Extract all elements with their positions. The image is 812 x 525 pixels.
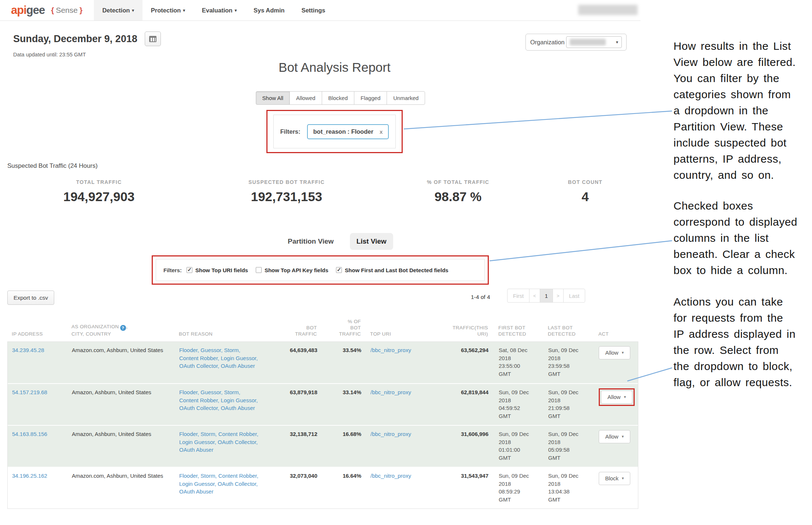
tab-partition-view[interactable]: Partition View <box>288 237 333 245</box>
col-header-last-bot-detected[interactable]: LAST BOT DETECTED <box>542 325 592 337</box>
user-account-redacted <box>578 5 638 15</box>
export-csv-button[interactable]: Export to .csv <box>7 291 54 305</box>
sense-open-brace: { <box>51 6 54 15</box>
report-date: Sunday, December 9, 2018 <box>13 33 137 45</box>
col-header-bot-traffic[interactable]: BOT TRAFFIC <box>270 325 317 337</box>
tab-blocked[interactable]: Blocked <box>322 91 354 105</box>
bot-reason-links[interactable]: Flooder, Guessor, Storm, Content Robber,… <box>176 346 271 378</box>
act-dropdown-allow[interactable]: Allow ▾ <box>599 346 630 359</box>
stat-label: SUSPECTED BOT TRAFFIC <box>206 179 367 185</box>
pagination-prev-button[interactable]: < <box>529 289 540 303</box>
organization-value-redacted <box>570 39 606 45</box>
pagination-last-button[interactable]: Last <box>563 289 585 303</box>
as-organization-cell: Amazon, Ashburn, United States <box>68 430 176 462</box>
col-header-top-uri[interactable]: TOP URI <box>361 331 432 337</box>
last-bot-detected-cell: Sun, 09 Dec 2018 21:09:58 GMT <box>543 388 592 420</box>
nav-item-evaluation[interactable]: Evaluation ▾ <box>193 0 245 21</box>
bot-reason-links[interactable]: Flooder, Storm, Content Robber, Login Gu… <box>176 430 271 462</box>
table-row: 34.239.45.28 Amazon.com, Ashburn, United… <box>8 342 638 383</box>
data-updated-text: Data updated until: 23:55 GMT <box>13 52 86 58</box>
pagination-page-1[interactable]: 1 <box>540 289 553 303</box>
col-header-act[interactable]: ACT <box>592 331 638 337</box>
tab-allowed[interactable]: Allowed <box>289 91 322 105</box>
pagination-next-button[interactable]: > <box>553 289 564 303</box>
date-header: Sunday, December 9, 2018 <box>13 32 161 46</box>
stat-suspected-bot-traffic: SUSPECTED BOT TRAFFIC 192,731,153 <box>206 179 367 204</box>
annotation-note-actions: Actions you can take for requests from t… <box>673 294 812 391</box>
ip-address-link[interactable]: 54.163.85.156 <box>8 430 68 462</box>
col-header-comma: , <box>126 324 128 329</box>
act-dropdown-allow[interactable]: Allow ▾ <box>599 430 630 443</box>
organization-select[interactable]: ▾ <box>566 36 622 48</box>
top-uri-link[interactable]: /bbc_nitro_proxy <box>361 472 433 503</box>
filter-tag-bot-reason[interactable]: bot_reason : Flooder x <box>307 124 389 139</box>
nav-item-settings[interactable]: Settings <box>293 0 334 21</box>
bot-traffic-cell: 32,073,040 <box>271 472 317 503</box>
table-row: 54.157.219.68 Amazon, Ashburn, United St… <box>8 383 638 425</box>
pagination-range: 1-4 of 4 <box>471 294 490 300</box>
bot-reason-links[interactable]: Flooder, Storm, Content Robber, Login Gu… <box>176 472 271 503</box>
nav-item-sys-admin[interactable]: Sys Admin <box>245 0 293 21</box>
show-first-last-detected-checkbox[interactable] <box>336 267 342 273</box>
filter-show-first-last-detected: Show First and Last Bot Detected fields <box>336 267 449 273</box>
traffic-this-uri-cell: 62,819,844 <box>433 388 488 420</box>
act-dropdown-block[interactable]: Block ▾ <box>599 472 630 485</box>
filter-show-top-api-key: Show Top API Key fields <box>256 267 328 273</box>
organization-widget: Organization ▾ <box>525 34 627 51</box>
annotation-note-checkboxes: Checked boxes correspond to displayed co… <box>673 198 812 278</box>
apigee-logo: apigee <box>11 0 45 21</box>
act-dropdown-allow[interactable]: Allow ▾ <box>601 391 632 404</box>
calendar-button[interactable] <box>145 32 161 46</box>
ip-address-link[interactable]: 54.157.219.68 <box>8 388 68 420</box>
col-header-as-organization[interactable]: AS ORGANIZATION?, CITY, COUNTRY <box>68 323 176 337</box>
chevron-down-icon: ▾ <box>132 8 134 13</box>
chevron-down-icon: ▾ <box>622 474 624 483</box>
filter-tag-text: bot_reason : Flooder <box>313 128 373 135</box>
pct-bot-traffic-cell: 33.14% <box>317 388 361 420</box>
page-title: Bot Analysis Report <box>0 60 669 75</box>
tab-list-view[interactable]: List View <box>350 233 393 250</box>
logo-api: api <box>11 4 26 17</box>
show-top-api-key-checkbox[interactable] <box>256 267 262 273</box>
nav-item-protection[interactable]: Protection ▾ <box>143 0 193 21</box>
act-cell: Allow ▾ <box>592 388 639 420</box>
first-bot-detected-cell: Sun, 09 Dec 2018 08:59:29 GMT <box>488 472 543 503</box>
act-cell: Allow ▾ <box>592 430 639 462</box>
bot-reason-links[interactable]: Flooder, Guessor, Storm, Content Robber,… <box>176 388 271 420</box>
top-uri-link[interactable]: /bbc_nitro_proxy <box>361 388 433 420</box>
filter-tag-remove-icon[interactable]: x <box>380 129 383 135</box>
traffic-this-uri-cell: 31,543,947 <box>433 472 488 503</box>
ip-address-link[interactable]: 34.196.25.162 <box>8 472 68 503</box>
top-nav: apigee { Sense } Detection ▾ Protection … <box>0 0 641 21</box>
last-bot-detected-cell: Sun, 09 Dec 2018 05:09:58 GMT <box>543 430 592 462</box>
chevron-down-icon: ▾ <box>624 393 626 401</box>
top-uri-link[interactable]: /bbc_nitro_proxy <box>361 346 433 378</box>
act-dropdown-label: Block <box>605 474 619 483</box>
table-row: 34.196.25.162 Amazon.com, Ashburn, Unite… <box>8 467 638 509</box>
col-header-ip-address[interactable]: IP ADDRESS <box>7 331 68 337</box>
top-uri-link[interactable]: /bbc_nitro_proxy <box>361 430 433 462</box>
col-header-traffic-this-uri[interactable]: TRAFFIC(THIS URI) <box>432 325 488 337</box>
col-header-city-country: CITY, COUNTRY <box>71 331 111 337</box>
col-header-first-bot-detected[interactable]: FIRST BOT DETECTED <box>488 325 542 337</box>
filters-panel: Filters: bot_reason : Flooder x <box>273 115 396 148</box>
tab-unmarked[interactable]: Unmarked <box>387 91 425 105</box>
sense-label: Sense <box>56 6 78 15</box>
checkbox-label: Show First and Last Bot Detected fields <box>345 267 449 273</box>
tab-show-all[interactable]: Show All <box>256 91 290 105</box>
organization-label: Organization <box>530 39 565 46</box>
tab-flagged[interactable]: Flagged <box>354 91 387 105</box>
column-filters-panel: Filters: Show Top URI fields Show Top AP… <box>156 259 485 281</box>
sense-brand: { Sense } <box>49 0 84 21</box>
col-header-bot-reason[interactable]: BOT REASON <box>176 331 270 337</box>
col-header-pct-bot-traffic[interactable]: % OF BOT TRAFFIC <box>317 318 361 337</box>
show-top-uri-checkbox[interactable] <box>187 267 192 273</box>
ip-address-link[interactable]: 34.239.45.28 <box>8 346 68 378</box>
help-question-icon[interactable]: ? <box>120 325 126 331</box>
pagination-first-button[interactable]: First <box>507 289 529 303</box>
nav-item-label: Settings <box>302 7 325 14</box>
chevron-down-icon: ▾ <box>622 349 624 357</box>
nav-item-label: Sys Admin <box>254 7 285 14</box>
nav-item-detection[interactable]: Detection ▾ <box>94 0 143 21</box>
logo-gee: gee <box>26 4 45 17</box>
